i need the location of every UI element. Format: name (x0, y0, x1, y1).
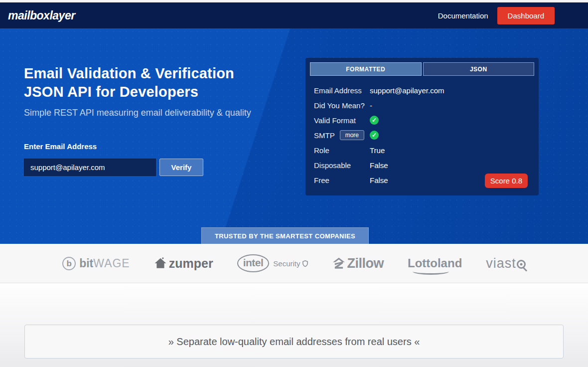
bitwage-text-light: WAGE (93, 257, 130, 270)
result-tabs: FORMATTED JSON (310, 62, 534, 76)
brand-logo[interactable]: mailboxlayer (8, 9, 75, 22)
email-input[interactable] (24, 159, 156, 176)
logo-lottoland: Lottoland (408, 256, 462, 270)
row-label: SMTP more (314, 130, 370, 140)
check-icon: ✓ (370, 131, 379, 140)
row-value: False (370, 161, 388, 170)
result-card: FORMATTED JSON Email Address support@api… (305, 58, 539, 195)
row-label: Valid Format (314, 116, 370, 125)
zumper-text: zumper (169, 256, 213, 271)
house-icon (154, 257, 167, 270)
lottoland-wrap: Lottoland (408, 256, 462, 270)
bottom-section: » Separate low-quality email addresses f… (0, 283, 588, 367)
viasto-text: viast (486, 256, 516, 271)
quote-box: » Separate low-quality email addresses f… (24, 325, 564, 359)
zillow-text: Zillow (347, 256, 384, 271)
trusted-banner: TRUSTED BY THE SMARTEST COMPANIES (201, 227, 369, 244)
tab-json[interactable]: JSON (423, 62, 535, 76)
row-value: support@apilayer.com (370, 86, 444, 95)
intel-security-text: Security (273, 259, 300, 268)
logo-bitwage: b bitWAGE (62, 257, 130, 270)
score-badge: Score 0.8 (485, 174, 528, 188)
nav-link-documentation[interactable]: Documentation (438, 11, 488, 20)
row-label: Email Address (314, 86, 370, 95)
bitwage-text-bold: bit (79, 257, 93, 270)
row-value: - (370, 101, 372, 110)
navbar: mailboxlayer Documentation Dashboard (0, 2, 588, 28)
row-label: Did You Mean? (314, 101, 370, 110)
verify-button[interactable]: Verify (159, 159, 203, 176)
result-row-didyoumean: Did You Mean? - (314, 98, 530, 113)
result-row-valid-format: Valid Format ✓ (314, 113, 530, 128)
result-row-role: Role True (314, 143, 530, 158)
magnifier-handle (523, 267, 527, 271)
logo-zillow: Zillow (332, 256, 384, 271)
dashboard-button[interactable]: Dashboard (497, 7, 555, 24)
tab-formatted[interactable]: FORMATTED (310, 62, 422, 76)
logo-intel-security: intel Security (237, 254, 309, 272)
lottoland-smile-icon (413, 268, 449, 275)
result-rows: Email Address support@apilayer.com Did Y… (310, 76, 534, 187)
logo-viasto: viast (486, 256, 526, 271)
bitwage-icon-letter: b (66, 259, 71, 268)
row-label: Disposable (314, 161, 370, 170)
shield-icon (302, 260, 308, 267)
lottoland-text: Lottoland (408, 256, 462, 270)
result-row-email: Email Address support@apilayer.com (314, 83, 530, 98)
row-value: True (370, 146, 385, 155)
magnifier-dot (520, 263, 522, 266)
result-row-disposable: Disposable False (314, 158, 530, 173)
row-label: Role (314, 146, 370, 155)
navbar-links: Documentation Dashboard (438, 7, 555, 24)
more-button[interactable]: more (340, 130, 364, 140)
check-icon: ✓ (370, 116, 379, 125)
result-row-free: Free False Score 0.8 (314, 173, 530, 187)
result-row-smtp: SMTP more ✓ (314, 128, 530, 143)
hero-section: Email Validation & Verification JSON API… (0, 28, 588, 244)
intel-oval-icon: intel (237, 254, 270, 272)
quote-text: » Separate low-quality email addresses f… (168, 336, 420, 348)
bitwage-icon: b (62, 257, 76, 270)
zillow-house-icon (332, 257, 345, 270)
logo-zumper: zumper (154, 256, 213, 271)
viasto-magnifier-icon (517, 260, 526, 269)
page: mailboxlayer Documentation Dashboard Ema… (0, 0, 588, 367)
row-value: False (370, 176, 388, 184)
row-label: Free (314, 176, 370, 184)
logos-strip: b bitWAGE zumper intel Security Zillow L… (0, 244, 588, 283)
row-label-text: SMTP (314, 131, 335, 140)
